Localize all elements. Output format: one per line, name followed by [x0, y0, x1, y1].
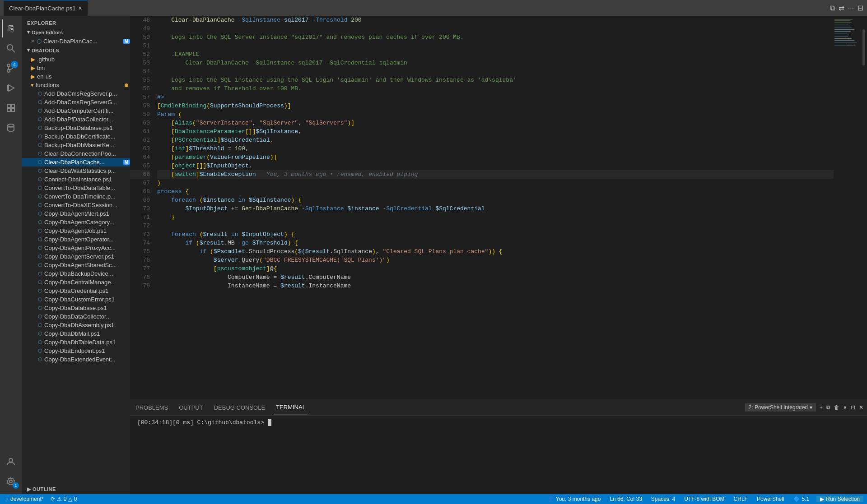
list-item[interactable]: ⬡ Backup-DbaDatabase.ps1	[22, 124, 130, 132]
code-line: .EXAMPLE	[157, 50, 834, 59]
list-item[interactable]: ⬡ Clear-DbaConnectionPoo...	[22, 149, 130, 158]
list-item[interactable]: ⬡ Backup-DbaDbCertificate...	[22, 132, 130, 141]
sync-status[interactable]: ⟳ ⚠ 0 △ 0	[49, 496, 79, 502]
list-item[interactable]: ⬡ ConvertTo-DbaTimeline.p...	[22, 192, 130, 201]
ps-icon: ⬡	[38, 91, 42, 97]
list-item[interactable]: ⬡ Copy-DbaDataCollector...	[22, 312, 130, 321]
indentation-status[interactable]: Spaces: 4	[649, 496, 677, 502]
list-item[interactable]: ⬡ Copy-DbaEndpoint.ps1	[22, 347, 130, 355]
svg-rect-17	[834, 19, 853, 20]
list-item[interactable]: ⬡ Copy-DbaAgentProxyAcc...	[22, 244, 130, 252]
extensions-activity-icon[interactable]	[2, 99, 20, 117]
list-item[interactable]: ⬡ Copy-DbaAgentAlert.ps1	[22, 209, 130, 218]
code-line: [CmdletBinding(SupportsShouldProcess)]	[157, 102, 834, 110]
list-item[interactable]: ⬡ Add-DbaComputerCertifi...	[22, 106, 130, 115]
list-item[interactable]: ⬡ Copy-DbaAgentServer.ps1	[22, 252, 130, 261]
settings-activity-icon[interactable]: 1	[2, 472, 20, 490]
encoding-status[interactable]: UTF-8 with BOM	[682, 496, 726, 502]
split-editor-icon[interactable]: ⧉	[830, 4, 835, 12]
cursor-position-status[interactable]: Ln 66, Col 33	[608, 496, 643, 502]
list-item[interactable]: ⬡ Copy-DbaAgentOperator...	[22, 235, 130, 244]
scrollbar[interactable]	[861, 16, 867, 399]
svg-rect-29	[834, 40, 854, 41]
run-activity-icon[interactable]	[2, 79, 20, 97]
more-actions-icon[interactable]: ···	[848, 4, 854, 12]
list-item[interactable]: ⬡ Copy-DbaDbAssembly.ps1	[22, 321, 130, 329]
terminal-content[interactable]: [00:34:18][0 ms] C:\github\dbatools>	[130, 416, 867, 494]
list-item[interactable]: ⬡ Copy-DbaAgentJob.ps1	[22, 227, 130, 235]
maximize-panel-icon[interactable]: ⊡	[851, 404, 855, 411]
scrollbar-thumb[interactable]	[862, 29, 865, 65]
dbatools-section[interactable]: ▾ DBATOOLS	[22, 46, 130, 55]
open-editor-item[interactable]: ✕ ⬡ Clear-DbaPlanCac... M	[22, 37, 130, 46]
maximize-icon[interactable]: ⊟	[858, 4, 863, 12]
open-editors-section[interactable]: ▾ Open Editors	[22, 28, 130, 37]
terminal-prompt: [00:34:18][0 ms] C:\github\dbatools>	[137, 419, 264, 426]
tab-close-icon[interactable]: ×	[78, 5, 82, 12]
explorer-activity-icon[interactable]: ⎘	[2, 19, 20, 37]
list-item[interactable]: ⬡ Connect-DbaInstance.ps1	[22, 175, 130, 184]
list-item[interactable]: ⬡ Copy-DbaCentralManage...	[22, 278, 130, 287]
code-line: [pscustomobject]@{	[157, 264, 834, 273]
list-item[interactable]: ⬡ Copy-DbaDatabase.ps1	[22, 304, 130, 312]
ps-icon: ⬡	[38, 168, 42, 174]
git-info-status[interactable]: 👤 You, 3 months ago	[545, 496, 603, 502]
list-item-active[interactable]: ⬡ Clear-DbaPlanCache... M	[22, 158, 130, 166]
branch-status[interactable]: ⑂ development*	[4, 496, 45, 502]
ps-icon: ⬡	[38, 202, 42, 208]
list-item[interactable]: ⬡ Copy-DbaExtendedEvent...	[22, 355, 130, 364]
svg-rect-22	[834, 28, 852, 28]
list-item[interactable]: ⬡ ConvertTo-DbaXESession...	[22, 201, 130, 209]
split-terminal-icon[interactable]: ⧉	[826, 404, 830, 411]
list-item[interactable]: ⬡ Clear-DbaWaitStatistics.p...	[22, 166, 130, 175]
terminal-cursor	[268, 419, 271, 426]
list-item[interactable]: ⬡ Copy-DbaAgentSharedSc...	[22, 261, 130, 269]
tab-debug-console[interactable]: DEBUG CONSOLE	[212, 400, 267, 415]
source-control-activity-icon[interactable]: 4	[2, 59, 20, 77]
svg-point-14	[9, 458, 13, 462]
tree-item-functions[interactable]: ▾ functions	[22, 81, 130, 89]
list-item[interactable]: ⬡ Add-DbaPfDataCollector...	[22, 115, 130, 124]
list-item[interactable]: ⬡ Copy-DbaDbTableData.ps1	[22, 338, 130, 347]
list-item[interactable]: ⬡ Add-DbaCmsRegServerG...	[22, 98, 130, 106]
add-terminal-icon[interactable]: +	[820, 404, 823, 411]
tab-problems[interactable]: PROBLEMS	[134, 400, 170, 415]
tree-item-github[interactable]: ▶ .github	[22, 55, 130, 64]
ps-icon: ⬡	[38, 236, 42, 242]
source-control-badge: 4	[11, 61, 18, 68]
title-bar: Clear-DbaPlanCache.ps1 × ⧉ ⇄ ··· ⊟	[0, 0, 867, 16]
tab-output[interactable]: OUTPUT	[177, 400, 205, 415]
language-status[interactable]: PowerShell	[755, 496, 786, 502]
list-item[interactable]: ⬡ Copy-DbaDbMail.ps1	[22, 329, 130, 338]
run-selection-button[interactable]: ▶ Run Selection	[816, 496, 863, 502]
inline-diff-icon[interactable]: ⇄	[839, 4, 844, 12]
tab-terminal[interactable]: TERMINAL	[274, 400, 308, 415]
outline-section[interactable]: ▶ Outline	[22, 485, 130, 494]
close-file-icon[interactable]: ✕	[31, 38, 35, 44]
list-item[interactable]: ⬡ ConvertTo-DbaDataTable...	[22, 184, 130, 192]
ps-icon: ⬡	[38, 279, 42, 285]
account-activity-icon[interactable]	[2, 453, 20, 471]
ps-icon: ⬡	[38, 134, 42, 139]
list-item[interactable]: ⬡ Copy-DbaBackupDevice...	[22, 269, 130, 278]
search-activity-icon[interactable]	[2, 39, 20, 57]
ps-version-status[interactable]: 🔷 5.1	[792, 496, 811, 502]
svg-rect-25	[834, 33, 847, 33]
code-line: Param (	[157, 110, 834, 119]
code-editor[interactable]: Clear-DbaPlanCache -SqlInstance sql2017 …	[154, 16, 834, 399]
terminal-dropdown[interactable]: 2: PowerShell Integrated ▾	[745, 403, 816, 412]
editor-tab[interactable]: Clear-DbaPlanCache.ps1 ×	[4, 0, 88, 16]
list-item[interactable]: ⬡ Copy-DbaCustomError.ps1	[22, 295, 130, 304]
list-item[interactable]: ⬡ Copy-DbaCredential.ps1	[22, 287, 130, 295]
database-activity-icon[interactable]	[2, 119, 20, 137]
collapse-panel-icon[interactable]: ∧	[843, 404, 847, 411]
tree-item-bin[interactable]: ▶ bin	[22, 64, 130, 72]
list-item[interactable]: ⬡ Copy-DbaAgentCategory...	[22, 218, 130, 227]
list-item[interactable]: ⬡ Add-DbaCmsRegServer.p...	[22, 89, 130, 98]
tree-item-en-us[interactable]: ▶ en-us	[22, 72, 130, 81]
line-ending-status[interactable]: CRLF	[732, 496, 750, 502]
list-item[interactable]: ⬡ Backup-DbaDbMasterKe...	[22, 141, 130, 149]
kill-terminal-icon[interactable]: 🗑	[834, 404, 839, 411]
close-panel-icon[interactable]: ✕	[859, 404, 863, 411]
outline-arrow: ▶	[27, 486, 31, 492]
